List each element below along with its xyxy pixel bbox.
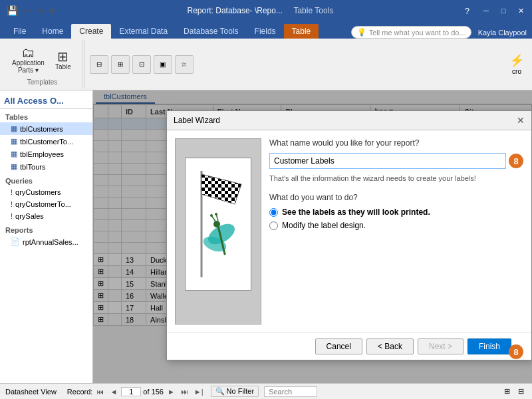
flag-svg <box>188 168 248 281</box>
sidebar-item-label: qryCustomers <box>15 188 61 196</box>
radio-modify[interactable] <box>269 221 278 230</box>
sidebar-item-tblemployees[interactable]: ▦ tblEmployees <box>0 148 92 160</box>
search-input[interactable] <box>264 386 317 397</box>
ribbon-icon-2[interactable]: ⊞ <box>111 55 130 74</box>
record-number-input[interactable] <box>121 387 141 396</box>
title-bar: 💾 ↩ ↪ ▾ Report: Database- \Repo... Table… <box>0 0 532 21</box>
sidebar-item-label: qryCustomerTo... <box>15 200 71 208</box>
table-icon-2: ▦ <box>11 137 17 146</box>
dialog-titlebar: Label Wizard ✕ <box>167 111 531 130</box>
tab-home[interactable]: Home <box>34 24 71 39</box>
ribbon-icon-1[interactable]: ⊟ <box>90 55 108 74</box>
sidebar-item-label: tblCustomerTo... <box>20 138 73 146</box>
query-icon-3: ! <box>11 212 13 220</box>
tab-external-data[interactable]: External Data <box>111 24 176 39</box>
tell-me-text: Tell me what you want to do... <box>369 29 466 37</box>
undo-icon[interactable]: ↩ <box>22 4 33 17</box>
status-view-label: Datasheet View <box>5 388 57 396</box>
svg-point-9 <box>213 221 220 227</box>
query-icon-1: ! <box>11 188 13 196</box>
tab-fields[interactable]: Fields <box>247 24 284 39</box>
filter-badge[interactable]: 🔍 No Filter <box>211 386 259 397</box>
sidebar-item-label: rptAnnualSales... <box>23 238 78 246</box>
tab-file[interactable]: File <box>5 24 34 39</box>
record-total: of 156 <box>143 388 164 396</box>
table-icon-1: ▦ <box>11 124 17 133</box>
sidebar-section-tables: Tables <box>0 109 92 122</box>
label-preview-image <box>185 158 251 291</box>
dialog-overlay: Label Wizard ✕ <box>93 90 532 383</box>
dialog-close-button[interactable]: ✕ <box>517 115 525 126</box>
dialog-title: Label Wizard <box>174 116 220 125</box>
help-icon[interactable]: ? <box>465 6 469 16</box>
next-button[interactable]: Next > <box>418 338 464 354</box>
application-parts-button[interactable]: 🗂 ApplicationParts ▾ <box>8 44 49 76</box>
datasheet-view-button[interactable]: ⊞ <box>501 386 513 396</box>
macro-label: ⚡ cro <box>509 53 524 75</box>
sidebar-item-rptannualsales[interactable]: 📄 rptAnnualSales... <box>0 235 92 248</box>
maximize-button[interactable]: □ <box>497 5 509 17</box>
macro-group: ⚡ cro <box>509 53 529 75</box>
sidebar-item-tblcustomers[interactable]: ▦ tblCustomers <box>0 122 92 135</box>
nav-new-button[interactable]: ►| <box>192 387 205 396</box>
sidebar-item-label: tblTours <box>20 163 46 171</box>
sidebar-item-qrysales[interactable]: ! qrySales <box>0 210 92 222</box>
report-name-input[interactable] <box>269 153 506 169</box>
sidebar-item-tblcustomerto[interactable]: ▦ tblCustomerTo... <box>0 135 92 148</box>
close-button[interactable]: ✕ <box>515 5 527 17</box>
cancel-button[interactable]: Cancel <box>315 338 362 354</box>
minimize-button[interactable]: ─ <box>480 5 492 17</box>
search-icon: 🔍 <box>215 387 225 395</box>
app-parts-icon: 🗂 <box>21 46 35 59</box>
svg-point-13 <box>215 213 217 215</box>
sidebar: All Access O... Tables ▦ tblCustomers ▦ … <box>0 90 93 383</box>
tab-create[interactable]: Create <box>71 24 111 39</box>
qa-dropdown-icon[interactable]: ▾ <box>49 4 56 17</box>
finish-with-badge: Finish 8 <box>467 338 523 354</box>
finish-button[interactable]: Finish <box>467 338 511 354</box>
ribbon-icon-5[interactable]: ☆ <box>175 55 194 74</box>
dialog-preview-pane <box>175 138 261 325</box>
nav-prev-button[interactable]: ◄ <box>108 387 119 396</box>
templates-label: Templates <box>27 77 58 86</box>
layout-view-button[interactable]: ⊟ <box>515 386 527 396</box>
dialog-info-text: That's all the information the wizard ne… <box>269 174 523 182</box>
sidebar-item-qrycustomers[interactable]: ! qryCustomers <box>0 186 92 198</box>
tab-table[interactable]: Table <box>284 24 319 39</box>
user-name[interactable]: Kayla Claypool <box>478 29 527 37</box>
ribbon-icon-3[interactable]: ⊡ <box>132 55 151 74</box>
table-button[interactable]: ⊞ Table <box>50 48 76 72</box>
back-button[interactable]: < Back <box>366 338 414 354</box>
query-icon-2: ! <box>11 200 13 208</box>
dialog-form: What name would you like for your report… <box>269 138 523 325</box>
nav-last-button[interactable]: ⏭ <box>179 387 190 396</box>
nav-first-button[interactable]: ⏮ <box>94 387 106 396</box>
dialog-question-2: What do you want to do? <box>269 193 523 202</box>
redo-icon[interactable]: ↪ <box>35 4 46 17</box>
input-with-badge: 8 <box>269 153 523 169</box>
radio-option-modify[interactable]: Modify the label design. <box>269 221 523 230</box>
radio-print[interactable] <box>269 208 278 217</box>
finish-step-badge: 8 <box>509 344 523 359</box>
table-icon-4: ▦ <box>11 162 17 171</box>
tab-database-tools[interactable]: Database Tools <box>176 24 247 39</box>
tell-me-bar[interactable]: 💡 Tell me what you want to do... <box>351 26 471 39</box>
nav-next-button[interactable]: ► <box>166 387 177 396</box>
ribbon-tab-bar: File Home Create External Data Database … <box>0 21 532 39</box>
window-title: Report: Database- \Repo... Table Tools <box>56 6 465 15</box>
ribbon-icon-4[interactable]: ▣ <box>154 55 172 74</box>
dialog-body: What name would you like for your report… <box>167 130 531 332</box>
dialog-footer: Cancel < Back Next > Finish 8 <box>167 332 531 360</box>
label-wizard-dialog: Label Wizard ✕ <box>166 110 532 360</box>
sidebar-item-tbltours[interactable]: ▦ tblTours <box>0 160 92 173</box>
status-bar: Datasheet View Record: ⏮ ◄ of 156 ► ⏭ ►|… <box>0 383 532 399</box>
macro-icon: ⚡ <box>509 53 524 68</box>
sidebar-title: All Access O... <box>0 93 92 109</box>
radio-modify-label: Modify the label design. <box>282 221 366 230</box>
radio-option-print[interactable]: See the labels as they will look printed… <box>269 207 523 217</box>
templates-buttons: 🗂 ApplicationParts ▾ ⊞ Table <box>8 43 76 77</box>
svg-marker-5 <box>201 174 241 204</box>
sidebar-item-qrycustomerto[interactable]: ! qryCustomerTo... <box>0 198 92 210</box>
save-icon[interactable]: 💾 <box>5 4 19 17</box>
table-area: tblCustomers ID Last Name First Name Pho… <box>93 90 532 383</box>
